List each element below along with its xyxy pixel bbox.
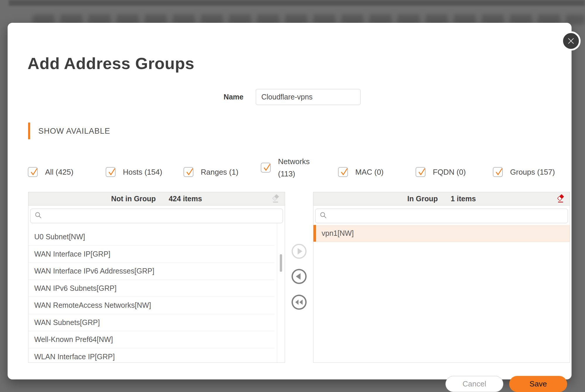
filter-mac[interactable]: MAC (0) bbox=[338, 167, 384, 177]
not-in-group-list: U0 Subnet[NW] WAN Interface IP[GRP] WAN … bbox=[28, 228, 285, 362]
list-item[interactable]: U0 Subnet[NW] bbox=[28, 228, 274, 246]
search-icon bbox=[35, 212, 42, 220]
section-accent-bar bbox=[28, 123, 30, 139]
move-left-button[interactable] bbox=[291, 269, 307, 284]
filter-label: Ranges (1) bbox=[201, 168, 239, 177]
checkbox-checked-icon[interactable] bbox=[261, 163, 271, 173]
clear-all-eraser-icon[interactable] bbox=[556, 194, 565, 203]
list-item[interactable]: WLAN Interface IP[GRP] bbox=[28, 348, 274, 363]
filter-fqdn[interactable]: FQDN (0) bbox=[416, 167, 466, 177]
in-group-list: vpn1[NW] bbox=[313, 225, 570, 362]
filter-label: Hosts (154) bbox=[123, 168, 162, 177]
filter-label: MAC (0) bbox=[355, 168, 384, 177]
search-input[interactable] bbox=[45, 209, 283, 223]
panel-item-count: 1 items bbox=[451, 195, 476, 203]
filter-all[interactable]: All (425) bbox=[28, 167, 73, 177]
list-item[interactable]: WAN Interface IP[GRP] bbox=[28, 246, 274, 263]
in-group-panel: In Group 1 items bbox=[313, 192, 570, 363]
cancel-button[interactable]: Cancel bbox=[445, 376, 503, 392]
checkbox-checked-icon[interactable] bbox=[338, 167, 348, 177]
blurred-background-bar bbox=[9, 0, 585, 6]
filter-hosts[interactable]: Hosts (154) bbox=[106, 167, 162, 177]
save-button[interactable]: Save bbox=[509, 376, 567, 392]
in-group-search[interactable] bbox=[315, 209, 568, 223]
panel-title: Not in Group bbox=[111, 195, 156, 203]
name-input[interactable] bbox=[256, 89, 361, 105]
filter-label: Networks (113) bbox=[278, 155, 314, 180]
scrollbar-thumb[interactable] bbox=[280, 254, 282, 272]
checkbox-checked-icon[interactable] bbox=[416, 167, 426, 177]
panel-item-count: 424 items bbox=[169, 195, 202, 203]
checkbox-checked-icon[interactable] bbox=[28, 167, 38, 177]
page-backdrop: Add Address Groups Name SHOW AVAILABLE A… bbox=[0, 0, 585, 392]
checkbox-checked-icon[interactable] bbox=[183, 167, 193, 177]
list-item[interactable]: WAN Subnets[GRP] bbox=[28, 314, 274, 331]
not-in-group-panel: Not in Group 424 items bbox=[28, 192, 285, 363]
panel-title: In Group bbox=[407, 195, 438, 203]
checkbox-checked-icon[interactable] bbox=[493, 167, 503, 177]
list-item[interactable]: Well-Known Pref64[NW] bbox=[28, 331, 274, 348]
close-icon bbox=[567, 37, 575, 45]
not-in-group-header: Not in Group 424 items bbox=[28, 192, 285, 206]
eraser-icon[interactable] bbox=[271, 194, 280, 203]
filter-ranges[interactable]: Ranges (1) bbox=[183, 167, 239, 177]
list-item[interactable]: WAN RemoteAccess Networks[NW] bbox=[28, 297, 274, 314]
list-item[interactable]: WAN Interface IPv6 Addresses[GRP] bbox=[28, 263, 274, 280]
name-label: Name bbox=[183, 93, 243, 101]
list-item-selected[interactable]: vpn1[NW] bbox=[313, 225, 570, 242]
filter-label: Groups (157) bbox=[510, 168, 555, 177]
selected-accent-bar bbox=[313, 225, 316, 242]
not-in-group-search[interactable] bbox=[30, 209, 283, 223]
in-group-header: In Group 1 items bbox=[313, 192, 570, 206]
list-item[interactable]: WAN IPv6 Subnets[GRP] bbox=[28, 280, 274, 297]
list-item-label: vpn1[NW] bbox=[322, 229, 354, 237]
filter-networks[interactable]: Networks (113) bbox=[261, 155, 314, 180]
add-address-groups-dialog: Add Address Groups Name SHOW AVAILABLE A… bbox=[8, 23, 572, 379]
move-right-button[interactable] bbox=[291, 243, 307, 259]
search-icon bbox=[320, 212, 327, 220]
search-input[interactable] bbox=[330, 209, 568, 223]
move-all-left-button[interactable] bbox=[291, 294, 307, 310]
dialog-title: Add Address Groups bbox=[28, 54, 194, 73]
close-button[interactable] bbox=[561, 31, 581, 51]
section-title: SHOW AVAILABLE bbox=[38, 127, 110, 136]
filter-groups[interactable]: Groups (157) bbox=[493, 167, 555, 177]
scrollbar-track bbox=[277, 223, 277, 362]
filter-label: FQDN (0) bbox=[433, 168, 466, 177]
filter-label: All (425) bbox=[45, 168, 73, 177]
checkbox-checked-icon[interactable] bbox=[106, 167, 116, 177]
